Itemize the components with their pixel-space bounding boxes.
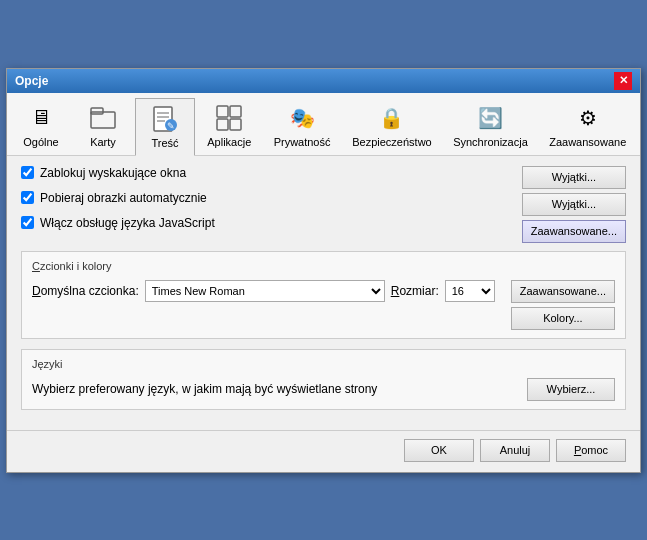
svg-rect-9 (230, 106, 241, 117)
languages-description: Wybierz preferowany język, w jakim mają … (32, 382, 377, 396)
svg-rect-1 (91, 108, 103, 114)
checkboxes-area: Zablokuj wyskakujące okna Pobieraj obraz… (21, 166, 215, 236)
checkbox-row-popups: Zablokuj wyskakujące okna (21, 166, 215, 180)
fonts-advanced-button[interactable]: Zaawansowane... (511, 280, 615, 303)
right-buttons-area: Wyjątki... Wyjątki... Zaawansowane... (522, 166, 626, 243)
block-popups-label[interactable]: Zablokuj wyskakujące okna (40, 166, 186, 180)
font-controls: Domyślna czcionka: Times New Roman Arial… (32, 280, 495, 306)
tab-ogolne[interactable]: 🖥 Ogólne (11, 97, 71, 155)
aplikacje-icon (213, 102, 245, 134)
ogolne-icon: 🖥 (25, 102, 57, 134)
tab-aplikacje[interactable]: Aplikacje (197, 97, 262, 155)
font-label: Domyślna czcionka: (32, 284, 139, 298)
svg-rect-8 (217, 106, 228, 117)
auto-images-checkbox[interactable] (21, 191, 34, 204)
choose-language-button[interactable]: Wybierz... (527, 378, 615, 401)
title-bar: Opcje ✕ (7, 69, 640, 93)
font-row: Domyślna czcionka: Times New Roman Arial… (32, 280, 495, 302)
wyjatki2-button[interactable]: Wyjątki... (522, 193, 626, 216)
cancel-button[interactable]: Anuluj (480, 439, 550, 462)
svg-rect-10 (217, 119, 228, 130)
font-buttons: Zaawansowane... Kolory... (511, 280, 615, 330)
prywatnosc-icon: 🎭 (286, 102, 318, 134)
languages-header: Języki (32, 358, 615, 370)
tab-synchronizacja-label: Synchronizacja (453, 136, 528, 148)
zaawansowane-js-button[interactable]: Zaawansowane... (522, 220, 626, 243)
tab-prywatnosc[interactable]: 🎭 Prywatność (264, 97, 341, 155)
tab-tresc-label: Treść (151, 137, 178, 149)
checkbox-row-images: Pobieraj obrazki automatycznie (21, 191, 215, 205)
ok-button[interactable]: OK (404, 439, 474, 462)
main-content: Zablokuj wyskakujące okna Pobieraj obraz… (7, 156, 640, 430)
font-select[interactable]: Times New Roman Arial Verdana Georgia (145, 280, 385, 302)
tab-zaawansowane[interactable]: ⚙ Zaawansowane (540, 97, 637, 155)
zaawansowane-icon: ⚙ (572, 102, 604, 134)
javascript-label[interactable]: Włącz obsługę języka JavaScript (40, 216, 215, 230)
block-popups-checkbox[interactable] (21, 166, 34, 179)
footer: OK Anuluj Pomoc (7, 430, 640, 472)
tab-zaawansowane-label: Zaawansowane (549, 136, 626, 148)
fonts-section: Czcionki i kolory Domyślna czcionka: Tim… (21, 251, 626, 339)
synchronizacja-icon: 🔄 (474, 102, 506, 134)
auto-images-label[interactable]: Pobieraj obrazki automatycznie (40, 191, 207, 205)
tab-prywatnosc-label: Prywatność (274, 136, 331, 148)
colors-button[interactable]: Kolory... (511, 307, 615, 330)
tab-karty[interactable]: Karty (73, 97, 133, 155)
svg-rect-11 (230, 119, 241, 130)
checkbox-row-js: Włącz obsługę języka JavaScript (21, 216, 215, 230)
tab-bezpieczenstwo-label: Bezpieczeństwo (352, 136, 432, 148)
size-label: Rozmiar: (391, 284, 439, 298)
size-select[interactable]: 9 10 11 12 13 14 15 16 17 18 20 24 (445, 280, 495, 302)
svg-text:✎: ✎ (167, 121, 175, 131)
close-button[interactable]: ✕ (614, 72, 632, 90)
wyjatki1-button[interactable]: Wyjątki... (522, 166, 626, 189)
languages-section: Języki Wybierz preferowany język, w jaki… (21, 349, 626, 410)
karty-icon (87, 102, 119, 134)
toolbar: 🖥 Ogólne Karty ✎ Treść Aplikacje 🎭 Prywa… (7, 93, 640, 156)
tab-karty-label: Karty (90, 136, 116, 148)
tresc-icon: ✎ (149, 103, 181, 135)
tab-tresc[interactable]: ✎ Treść (135, 98, 195, 156)
fonts-header: Czcionki i kolory (32, 260, 615, 272)
javascript-checkbox[interactable] (21, 216, 34, 229)
main-window: Opcje ✕ 🖥 Ogólne Karty ✎ Treść Aplikacje (6, 68, 641, 473)
tab-aplikacje-label: Aplikacje (207, 136, 251, 148)
window-title: Opcje (15, 74, 48, 88)
tab-bezpieczenstwo[interactable]: 🔒 Bezpieczeństwo (343, 97, 442, 155)
help-button[interactable]: Pomoc (556, 439, 626, 462)
tab-ogolne-label: Ogólne (23, 136, 58, 148)
bezpieczenstwo-icon: 🔒 (376, 102, 408, 134)
tab-synchronizacja[interactable]: 🔄 Synchronizacja (443, 97, 537, 155)
